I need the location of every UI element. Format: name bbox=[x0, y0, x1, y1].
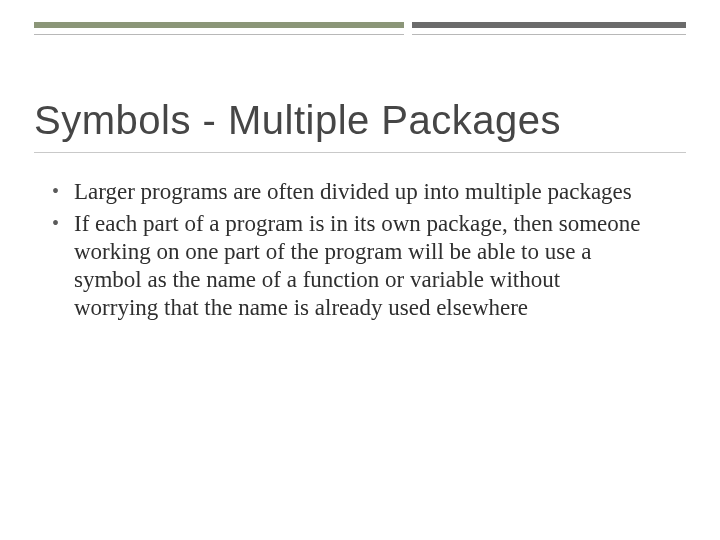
slide-body: Larger programs are often divided up int… bbox=[48, 178, 650, 326]
bullet-list: Larger programs are often divided up int… bbox=[48, 178, 650, 322]
title-underline bbox=[34, 152, 686, 153]
slide-title: Symbols - Multiple Packages bbox=[34, 98, 686, 143]
bullet-item: Larger programs are often divided up int… bbox=[48, 178, 650, 206]
header-rule bbox=[34, 22, 686, 42]
bullet-item: If each part of a program is in its own … bbox=[48, 210, 650, 322]
header-rule-accent bbox=[34, 22, 404, 28]
header-rule-dark bbox=[412, 22, 686, 28]
slide: Symbols - Multiple Packages Larger progr… bbox=[0, 0, 720, 540]
header-rule-thin bbox=[34, 34, 686, 35]
